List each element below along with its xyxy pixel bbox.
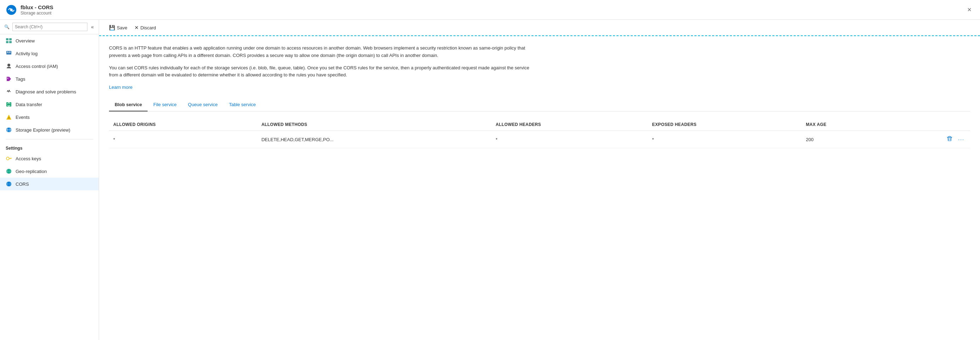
svg-rect-5 <box>9 41 12 43</box>
overview-icon <box>6 38 12 44</box>
description-block: CORS is an HTTP feature that enables a w… <box>109 44 534 79</box>
sidebar-item-label: Overview <box>16 38 35 43</box>
app-icon <box>6 4 17 16</box>
cors-rules-table: ALLOWED ORIGINS ALLOWED METHODS ALLOWED … <box>109 119 970 148</box>
svg-rect-9 <box>7 53 11 53</box>
sidebar-item-label: Diagnose and solve problems <box>16 89 76 94</box>
cell-allowed-origins: * <box>109 131 257 148</box>
svg-rect-8 <box>9 52 11 52</box>
tab-queue-service[interactable]: Queue service <box>182 99 223 111</box>
activity-log-icon <box>6 50 12 57</box>
content-body: CORS is an HTTP feature that enables a w… <box>99 36 980 340</box>
more-options-button[interactable]: ··· <box>957 136 966 143</box>
sidebar-item-cors[interactable]: CORS <box>0 178 99 190</box>
svg-point-11 <box>8 78 8 79</box>
search-input[interactable] <box>13 23 88 31</box>
svg-point-10 <box>8 64 10 67</box>
svg-point-1 <box>10 8 13 11</box>
save-label: Save <box>117 25 127 30</box>
sidebar-item-label: Access control (IAM) <box>16 64 58 69</box>
window-subtitle: Storage account <box>21 11 51 16</box>
window-title: fblux - CORS <box>21 4 53 10</box>
sidebar-item-geo-replication[interactable]: Geo-replication <box>0 165 99 178</box>
table-body: * DELETE,HEAD,GET,MERGE,PO... * * 200 <box>109 131 970 148</box>
tab-blob-service[interactable]: Blob service <box>109 99 148 111</box>
storage-explorer-icon <box>6 127 12 133</box>
sidebar-item-access-keys[interactable]: Access keys <box>0 152 99 165</box>
discard-label: Discard <box>140 25 156 30</box>
table-header: ALLOWED ORIGINS ALLOWED METHODS ALLOWED … <box>109 119 970 131</box>
delete-row-button[interactable] <box>945 135 954 144</box>
data-transfer-icon <box>6 101 12 108</box>
toolbar: 💾 Save ✕ Discard <box>99 20 980 36</box>
learn-more-link[interactable]: Learn more <box>109 84 132 90</box>
cors-icon <box>6 181 12 187</box>
description-paragraph-1: CORS is an HTTP feature that enables a w… <box>109 44 534 59</box>
sidebar-divider <box>6 139 93 140</box>
content-area: 💾 Save ✕ Discard CORS is an HTTP feature… <box>99 20 980 340</box>
settings-section-label: Settings <box>0 142 99 152</box>
tab-table-service[interactable]: Table service <box>223 99 261 111</box>
svg-text:!: ! <box>8 116 10 119</box>
col-exposed-headers: EXPOSED HEADERS <box>648 119 802 131</box>
sidebar-item-label: Data transfer <box>16 102 42 107</box>
sidebar-search-area: 🔍 « <box>0 20 99 34</box>
save-button[interactable]: 💾 Save <box>106 23 130 32</box>
row-actions: ··· <box>891 135 966 144</box>
cell-allowed-methods: DELETE,HEAD,GET,MERGE,PO... <box>257 131 492 148</box>
access-control-icon <box>6 63 12 69</box>
sidebar-item-diagnose[interactable]: Diagnose and solve problems <box>0 85 99 98</box>
tab-file-service[interactable]: File service <box>148 99 182 111</box>
search-icon: 🔍 <box>4 24 10 29</box>
sidebar-item-label: Access keys <box>16 156 41 161</box>
close-button[interactable]: × <box>964 4 974 15</box>
delete-icon <box>947 136 952 141</box>
sidebar-item-events[interactable]: ! Events <box>0 111 99 124</box>
col-actions <box>886 119 970 131</box>
tags-icon <box>6 76 12 82</box>
cell-allowed-headers: * <box>492 131 648 148</box>
title-bar: fblux - CORS Storage account × <box>0 0 980 20</box>
col-max-age: MAX AGE <box>802 119 886 131</box>
service-tabs: Blob service File service Queue service … <box>109 99 970 111</box>
sidebar-item-storage-explorer[interactable]: Storage Explorer (preview) <box>0 124 99 136</box>
svg-point-18 <box>6 157 9 160</box>
save-icon: 💾 <box>109 25 115 30</box>
sidebar-item-label: CORS <box>16 181 29 187</box>
title-bar-text: fblux - CORS Storage account <box>21 4 53 16</box>
discard-button[interactable]: ✕ Discard <box>132 23 159 32</box>
description-paragraph-2: You can set CORS rules individually for … <box>109 64 534 79</box>
svg-rect-3 <box>9 38 12 40</box>
title-bar-left: fblux - CORS Storage account <box>6 4 53 16</box>
cell-exposed-headers: * <box>648 131 802 148</box>
sidebar-item-label: Geo-replication <box>16 169 47 174</box>
sidebar-item-access-control[interactable]: Access control (IAM) <box>0 60 99 73</box>
svg-rect-7 <box>7 52 8 52</box>
sidebar-item-tags[interactable]: Tags <box>0 73 99 85</box>
table-row: * DELETE,HEAD,GET,MERGE,PO... * * 200 <box>109 131 970 148</box>
events-icon: ! <box>6 114 12 120</box>
sidebar-collapse-button[interactable]: « <box>90 23 94 30</box>
access-keys-icon <box>6 155 12 162</box>
geo-replication-icon <box>6 168 12 175</box>
main-layout: 🔍 « Overview Activity log <box>0 20 980 340</box>
cell-max-age: 200 <box>802 131 886 148</box>
sidebar-navigation: Overview Activity log Access control (IA… <box>0 34 99 340</box>
col-allowed-headers: ALLOWED HEADERS <box>492 119 648 131</box>
sidebar-item-activity-log[interactable]: Activity log <box>0 47 99 60</box>
sidebar-item-label: Events <box>16 114 30 120</box>
sidebar-item-overview[interactable]: Overview <box>0 34 99 47</box>
sidebar-item-label: Tags <box>16 76 25 82</box>
svg-rect-4 <box>6 41 8 43</box>
col-allowed-origins: ALLOWED ORIGINS <box>109 119 257 131</box>
col-allowed-methods: ALLOWED METHODS <box>257 119 492 131</box>
sidebar-item-label: Activity log <box>16 51 38 56</box>
more-options-icon: ··· <box>958 137 964 142</box>
sidebar-item-data-transfer[interactable]: Data transfer <box>0 98 99 111</box>
sidebar: 🔍 « Overview Activity log <box>0 20 99 340</box>
diagnose-icon <box>6 89 12 95</box>
sidebar-item-label: Storage Explorer (preview) <box>16 127 70 133</box>
discard-icon: ✕ <box>135 25 139 30</box>
svg-rect-2 <box>6 38 8 40</box>
cell-actions: ··· <box>886 131 970 148</box>
